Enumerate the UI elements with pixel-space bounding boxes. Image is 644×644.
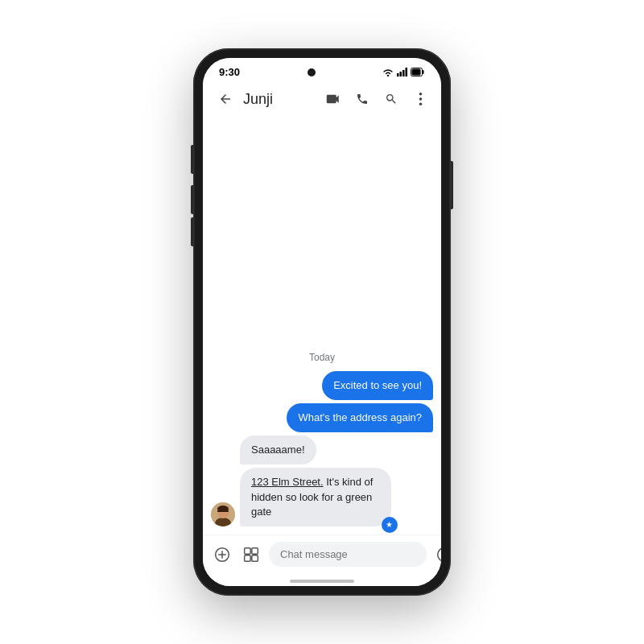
more-options-button[interactable] [411, 89, 430, 109]
bubble-sent-1: Excited to see you! [322, 371, 433, 400]
bubble-link[interactable]: 123 Elm Street. [251, 476, 324, 488]
svg-point-19 [438, 547, 441, 561]
message-input[interactable] [269, 542, 427, 567]
svg-rect-15 [245, 547, 251, 554]
bubble-received-1: Saaaaame! [240, 436, 316, 464]
add-attachment-button[interactable] [211, 543, 233, 566]
status-bar: 9:30 [203, 58, 441, 81]
sent-message-2: What's the address again? [211, 403, 433, 432]
svg-rect-18 [252, 555, 258, 561]
emoji-button[interactable] [433, 543, 441, 566]
svg-rect-2 [402, 70, 405, 76]
search-button[interactable] [382, 89, 401, 109]
input-bar [203, 535, 441, 575]
received-message-2: 123 Elm Street. It's kind of hidden so l… [211, 468, 433, 526]
home-indicator [203, 575, 441, 586]
sent-message-1: Excited to see you! [211, 371, 433, 400]
svg-point-7 [419, 93, 422, 96]
received-message-1: Saaaaame! [240, 436, 433, 464]
star-badge: ★ [382, 517, 398, 533]
app-bar: Junji [203, 81, 441, 117]
date-divider: Today [211, 352, 433, 363]
phone-frame: 9:30 [193, 48, 451, 596]
status-time: 9:30 [219, 66, 240, 78]
svg-point-9 [419, 103, 422, 106]
wifi-icon [382, 68, 394, 76]
video-call-button[interactable] [324, 89, 343, 109]
bar-actions [324, 89, 430, 109]
star-icon: ★ [386, 519, 393, 530]
battery-icon [411, 68, 425, 76]
svg-rect-5 [423, 70, 424, 74]
home-bar [290, 580, 354, 583]
contact-name: Junji [243, 91, 324, 108]
back-button[interactable] [214, 88, 237, 110]
phone-button[interactable] [353, 89, 372, 109]
svg-rect-3 [406, 68, 408, 76]
bubble-sent-2: What's the address again? [287, 403, 433, 432]
svg-rect-0 [397, 73, 399, 76]
bubble-text-1: Saaaaame! [251, 444, 305, 456]
bubble-received-2: 123 Elm Street. It's kind of hidden so l… [240, 468, 391, 526]
svg-rect-1 [400, 72, 402, 76]
svg-rect-17 [245, 555, 251, 561]
front-camera-dot [308, 68, 316, 76]
media-button[interactable] [240, 543, 262, 566]
chat-area: Today Excited to see you! What's the add… [203, 117, 441, 535]
right-icons [433, 543, 441, 566]
contact-avatar [211, 502, 235, 526]
signal-icon [397, 68, 407, 76]
svg-point-8 [419, 97, 422, 101]
status-icons [382, 68, 425, 76]
phone-screen: 9:30 [203, 58, 441, 586]
avatar-image [211, 502, 235, 526]
svg-rect-16 [252, 547, 258, 554]
svg-rect-6 [412, 69, 421, 76]
